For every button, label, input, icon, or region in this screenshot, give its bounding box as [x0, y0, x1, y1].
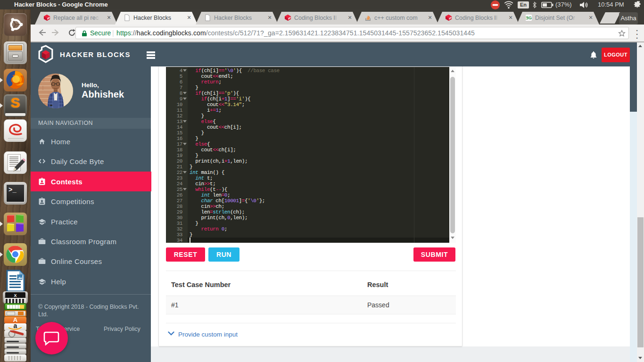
svg-text:ƎG: ƎG — [526, 16, 532, 20]
